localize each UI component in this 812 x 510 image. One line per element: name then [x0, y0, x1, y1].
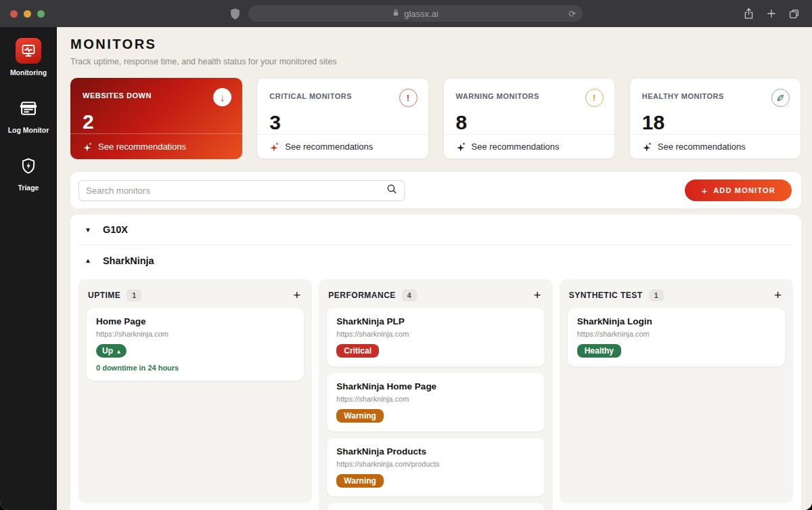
- monitor-card-home-page[interactable]: Home Page https://sharkninja.com Up 0 do…: [87, 308, 304, 381]
- add-monitor-label: ADD MONITOR: [713, 186, 775, 194]
- monitor-card-sharkninja-plp[interactable]: SharkNinja PLP https://sharkninja.com Cr…: [327, 308, 544, 366]
- privacy-shield-icon[interactable]: [229, 7, 241, 20]
- column-performance: PERFORMANCE 4 + SharkNinja PLP https://s…: [319, 279, 552, 510]
- status-badge[interactable]: Warning: [336, 409, 384, 423]
- new-tab-icon[interactable]: [766, 8, 777, 19]
- reload-icon[interactable]: ⟳: [568, 9, 576, 18]
- monitor-name: SharkNinja Login: [577, 316, 775, 326]
- see-recommendations-label: See recommendations: [98, 142, 186, 152]
- see-recommendations-label: See recommendations: [285, 142, 373, 152]
- group-name: SharkNinja: [103, 255, 154, 266]
- column-count-badge: 1: [127, 289, 141, 301]
- log-monitor-icon: [16, 95, 41, 121]
- stat-card-websites-down[interactable]: WEBSITES DOWN ↓ 2 See recommendations: [70, 78, 242, 159]
- monitor-card-sharkninja-products[interactable]: SharkNinja Products https://sharkninja.c…: [327, 438, 544, 496]
- tab-overview-icon[interactable]: [788, 8, 800, 20]
- stat-label: WEBSITES DOWN: [83, 88, 152, 100]
- alert-circle-icon: !: [399, 89, 418, 107]
- status-badge[interactable]: Critical: [336, 344, 379, 358]
- sparkle-icon: [456, 142, 466, 152]
- alert-circle-icon: !: [585, 89, 604, 107]
- lock-icon: [392, 7, 399, 20]
- stat-card-critical-monitors[interactable]: CRITICAL MONITORS ! 3 See recommendation…: [256, 78, 428, 159]
- page-subtitle: Track uptime, response time, and health …: [70, 57, 801, 66]
- downtime-note: 0 downtime in 24 hours: [96, 364, 294, 372]
- monitor-card-sharkninja-support[interactable]: SharkNinja Support https://sharkninja.co…: [327, 503, 544, 510]
- see-recommendations-link[interactable]: See recommendations: [70, 133, 242, 159]
- chevron-down-icon: ▼: [85, 226, 91, 234]
- column-title: UPTIME: [88, 291, 120, 300]
- column-synthetic-test: SYNTHETIC TEST 1 + SharkNinja Login http…: [560, 279, 793, 503]
- monitor-card-sharkninja-login[interactable]: SharkNinja Login https://sharkninja.com …: [568, 308, 785, 366]
- browser-window: glassx.ai ⟳ Monitoring: [0, 0, 812, 510]
- sidebar-item-triage[interactable]: Triage: [16, 153, 41, 192]
- sparkle-icon: [642, 142, 652, 152]
- see-recommendations-link[interactable]: See recommendations: [630, 134, 800, 158]
- stats-row: WEBSITES DOWN ↓ 2 See recommendations CR…: [70, 78, 801, 159]
- leaf-circle-icon: [771, 89, 790, 107]
- stat-card-warning-monitors[interactable]: WARNING MONITORS ! 8 See recommendations: [443, 78, 615, 159]
- add-monitor-button[interactable]: + ADD MONITOR: [685, 179, 792, 201]
- add-performance-monitor-icon[interactable]: +: [532, 289, 543, 301]
- stat-value: 8: [444, 107, 614, 134]
- monitor-url: https://sharkninja.com: [96, 330, 294, 338]
- add-uptime-monitor-icon[interactable]: +: [291, 289, 302, 301]
- group-name: G10X: [103, 224, 128, 235]
- share-icon[interactable]: [743, 7, 754, 20]
- status-badge[interactable]: Healthy: [577, 344, 621, 358]
- triage-shield-icon: [16, 153, 41, 179]
- status-badge[interactable]: Up: [96, 344, 127, 358]
- group-row-g10x[interactable]: ▼ G10X: [78, 215, 793, 245]
- column-count-badge: 4: [402, 289, 417, 301]
- monitor-name: Home Page: [96, 316, 294, 326]
- search-input[interactable]: [86, 186, 386, 196]
- column-title: PERFORMANCE: [328, 291, 396, 300]
- sidebar-item-label: Log Monitor: [8, 126, 49, 134]
- monitor-name: SharkNinja Products: [336, 446, 535, 456]
- monitor-name: SharkNinja PLP: [336, 316, 535, 326]
- search-icon[interactable]: [386, 184, 397, 197]
- address-bar[interactable]: glassx.ai ⟳: [248, 5, 583, 22]
- monitor-url: https://sharkninja.com: [577, 330, 775, 338]
- sidebar-item-label: Triage: [18, 184, 39, 192]
- url-text: glassx.ai: [404, 9, 438, 19]
- sparkle-icon: [83, 142, 93, 152]
- column-uptime: UPTIME 1 + Home Page https://sharkninja.…: [78, 279, 312, 503]
- stat-card-healthy-monitors[interactable]: HEALTHY MONITORS 18 See recommendations: [629, 78, 801, 159]
- page-title: MONITORS: [70, 37, 801, 52]
- group-row-sharkninja[interactable]: ▲ SharkNinja: [78, 245, 793, 276]
- stat-value: 2: [70, 106, 242, 133]
- down-arrow-icon: ↓: [213, 88, 231, 106]
- monitor-url: https://sharkninja.com: [336, 395, 535, 403]
- sparkle-icon: [269, 142, 279, 152]
- monitors-toolbar: + ADD MONITOR: [70, 172, 801, 209]
- see-recommendations-label: See recommendations: [658, 142, 746, 152]
- chevron-up-icon: ▲: [85, 257, 91, 264]
- see-recommendations-label: See recommendations: [472, 142, 560, 152]
- sidebar: Monitoring Log Monitor Triage: [0, 27, 57, 510]
- see-recommendations-link[interactable]: See recommendations: [257, 134, 428, 158]
- search-input-wrapper: [78, 180, 405, 201]
- add-synthetic-test-icon[interactable]: +: [772, 289, 784, 301]
- see-recommendations-link[interactable]: See recommendations: [444, 134, 614, 158]
- window-controls: [0, 10, 45, 18]
- monitoring-icon: [16, 38, 41, 64]
- monitor-groups: ▼ G10X ▲ SharkNinja UPTIME 1 +: [70, 215, 801, 510]
- minimize-window-button[interactable]: [24, 10, 31, 18]
- browser-titlebar: glassx.ai ⟳: [0, 0, 812, 27]
- close-window-button[interactable]: [10, 10, 18, 18]
- status-badge[interactable]: Warning: [336, 474, 384, 488]
- sharkninja-columns: UPTIME 1 + Home Page https://sharkninja.…: [78, 279, 793, 510]
- stat-value: 18: [630, 107, 800, 134]
- stat-label: HEALTHY MONITORS: [642, 89, 724, 100]
- sidebar-item-monitoring[interactable]: Monitoring: [10, 38, 47, 77]
- monitor-card-sharkninja-home-page[interactable]: SharkNinja Home Page https://sharkninja.…: [327, 373, 544, 431]
- monitor-url: https://sharkninja.com: [336, 330, 535, 338]
- sidebar-item-log-monitor[interactable]: Log Monitor: [8, 95, 49, 134]
- column-title: SYNTHETIC TEST: [569, 291, 643, 300]
- stat-value: 3: [257, 107, 428, 134]
- main-content: MONITORS Track uptime, response time, an…: [57, 27, 812, 510]
- stat-label: WARNING MONITORS: [456, 89, 539, 100]
- plus-icon: +: [701, 185, 707, 196]
- fullscreen-window-button[interactable]: [37, 10, 45, 18]
